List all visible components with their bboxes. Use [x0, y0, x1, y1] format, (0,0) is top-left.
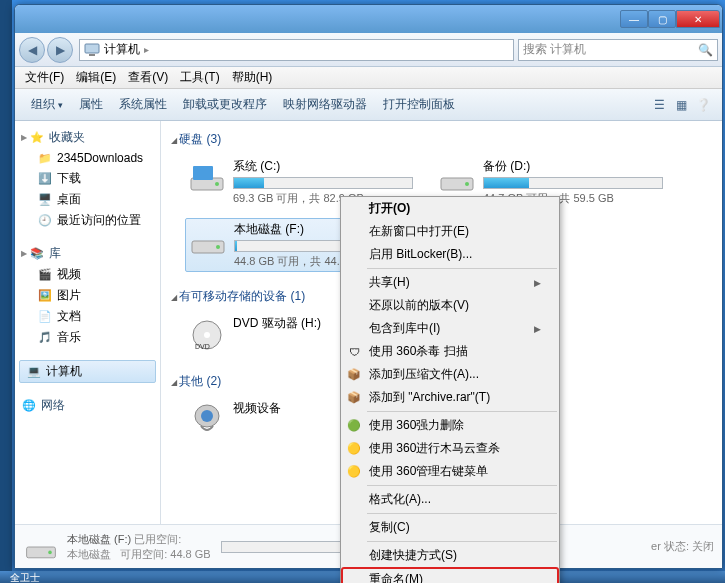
- status-right: er 状态: 关闭: [651, 539, 714, 554]
- uninstall-button[interactable]: 卸载或更改程序: [175, 93, 275, 116]
- view-icon[interactable]: ☰: [648, 98, 670, 112]
- recent-icon: 🕘: [37, 213, 53, 229]
- toolbar: 组织 属性 系统属性 卸载或更改程序 映射网络驱动器 打开控制面板 ☰ ▦ ❔: [15, 89, 722, 121]
- context-item[interactable]: 📦添加到 "Archive.rar"(T): [341, 386, 559, 409]
- dvd-icon: DVD: [187, 315, 227, 355]
- sidebar-item-downloads2345[interactable]: 📁2345Downloads: [19, 148, 156, 168]
- video-icon: 🎬: [37, 267, 53, 283]
- picture-icon: 🖼️: [37, 288, 53, 304]
- context-item[interactable]: 🟡使用 360进行木马云查杀: [341, 437, 559, 460]
- search-icon: 🔍: [698, 43, 713, 57]
- drive-icon: [23, 529, 59, 565]
- sidebar-computer[interactable]: 💻计算机: [19, 360, 156, 383]
- menu-view[interactable]: 查看(V): [122, 69, 174, 86]
- context-item[interactable]: 复制(C): [341, 516, 559, 539]
- address-bar[interactable]: 计算机 ▸: [79, 39, 514, 61]
- submenu-arrow-icon: ▶: [534, 278, 541, 288]
- preview-icon[interactable]: ▦: [670, 98, 692, 112]
- context-item[interactable]: 重命名(M): [341, 567, 559, 583]
- computer-icon: [84, 42, 100, 58]
- sidebar-item-music[interactable]: 🎵音乐: [19, 327, 156, 348]
- context-item[interactable]: 启用 BitLocker(B)...: [341, 243, 559, 266]
- svg-point-6: [465, 182, 469, 186]
- network-icon: 🌐: [21, 398, 37, 414]
- status-progress: [221, 541, 341, 553]
- svg-point-13: [201, 410, 213, 422]
- sidebar-item-pictures[interactable]: 🖼️图片: [19, 285, 156, 306]
- menubar: 文件(F) 编辑(E) 查看(V) 工具(T) 帮助(H): [15, 67, 722, 89]
- drive-d-progress: [483, 177, 663, 189]
- svg-point-10: [204, 332, 210, 338]
- context-item[interactable]: 📦添加到压缩文件(A)...: [341, 363, 559, 386]
- sidebar-network[interactable]: 🌐网络: [19, 395, 156, 416]
- menu-edit[interactable]: 编辑(E): [70, 69, 122, 86]
- svg-rect-0: [85, 44, 99, 53]
- drive-c-progress: [233, 177, 413, 189]
- context-separator: [367, 541, 557, 542]
- back-button[interactable]: ◀: [19, 37, 45, 63]
- star-icon: ⭐: [29, 130, 45, 146]
- svg-point-15: [48, 550, 52, 554]
- context-item[interactable]: 🟡使用 360管理右键菜单: [341, 460, 559, 483]
- context-item[interactable]: 包含到库中(I)▶: [341, 317, 559, 340]
- context-item[interactable]: 还原以前的版本(V): [341, 294, 559, 317]
- context-item[interactable]: 共享(H)▶: [341, 271, 559, 294]
- help-icon[interactable]: ❔: [692, 98, 714, 112]
- maximize-button[interactable]: ▢: [648, 10, 676, 28]
- context-separator: [367, 513, 557, 514]
- context-item-icon: 📦: [345, 391, 363, 404]
- address-label: 计算机: [104, 41, 140, 58]
- music-icon: 🎵: [37, 330, 53, 346]
- navbar: ◀ ▶ 计算机 ▸ 搜索 计算机 🔍: [15, 33, 722, 67]
- sidebar-item-video[interactable]: 🎬视频: [19, 264, 156, 285]
- drive-icon: [188, 221, 228, 261]
- svg-rect-3: [193, 166, 213, 180]
- sidebar: ▶⭐收藏夹 📁2345Downloads ⬇️下载 🖥️桌面 🕘最近访问的位置 …: [15, 121, 161, 524]
- context-separator: [367, 485, 557, 486]
- svg-point-8: [216, 245, 220, 249]
- sidebar-libraries[interactable]: ▶📚库: [19, 243, 156, 264]
- webcam-icon: [187, 400, 227, 440]
- context-item-icon: 🟡: [345, 442, 363, 455]
- desktop-taskbar-left: [0, 0, 12, 583]
- titlebar: — ▢ ✕: [15, 5, 722, 33]
- context-item-icon: 🟡: [345, 465, 363, 478]
- search-input[interactable]: 搜索 计算机 🔍: [518, 39, 718, 61]
- document-icon: 📄: [37, 309, 53, 325]
- context-item[interactable]: 格式化(A)...: [341, 488, 559, 511]
- sidebar-item-downloads[interactable]: ⬇️下载: [19, 168, 156, 189]
- svg-point-4: [215, 182, 219, 186]
- sidebar-item-recent[interactable]: 🕘最近访问的位置: [19, 210, 156, 231]
- context-separator: [367, 411, 557, 412]
- menu-file[interactable]: 文件(F): [19, 69, 70, 86]
- map-network-button[interactable]: 映射网络驱动器: [275, 93, 375, 116]
- context-item[interactable]: 打开(O): [341, 197, 559, 220]
- sidebar-favorites[interactable]: ▶⭐收藏夹: [19, 127, 156, 148]
- context-item-icon: 🟢: [345, 419, 363, 432]
- folder-icon: 📁: [37, 150, 53, 166]
- context-menu: 打开(O)在新窗口中打开(E)启用 BitLocker(B)...共享(H)▶还…: [340, 196, 560, 583]
- library-icon: 📚: [29, 246, 45, 262]
- desktop-icon: 🖥️: [37, 192, 53, 208]
- minimize-button[interactable]: —: [620, 10, 648, 28]
- computer-icon: 💻: [26, 364, 42, 380]
- system-properties-button[interactable]: 系统属性: [111, 93, 175, 116]
- context-item[interactable]: 在新窗口中打开(E): [341, 220, 559, 243]
- svg-rect-1: [89, 54, 95, 56]
- context-separator: [367, 268, 557, 269]
- menu-tools[interactable]: 工具(T): [174, 69, 225, 86]
- sidebar-item-documents[interactable]: 📄文档: [19, 306, 156, 327]
- context-item[interactable]: 创建快捷方式(S): [341, 544, 559, 567]
- context-item-icon: 📦: [345, 368, 363, 381]
- context-item[interactable]: 🛡使用 360杀毒 扫描: [341, 340, 559, 363]
- properties-button[interactable]: 属性: [71, 93, 111, 116]
- section-drives[interactable]: 硬盘 (3): [171, 127, 712, 152]
- context-item[interactable]: 🟢使用 360强力删除: [341, 414, 559, 437]
- close-button[interactable]: ✕: [676, 10, 720, 28]
- forward-button[interactable]: ▶: [47, 37, 73, 63]
- organize-button[interactable]: 组织: [23, 93, 71, 116]
- drive-icon: [437, 158, 477, 198]
- menu-help[interactable]: 帮助(H): [226, 69, 279, 86]
- control-panel-button[interactable]: 打开控制面板: [375, 93, 463, 116]
- sidebar-item-desktop[interactable]: 🖥️桌面: [19, 189, 156, 210]
